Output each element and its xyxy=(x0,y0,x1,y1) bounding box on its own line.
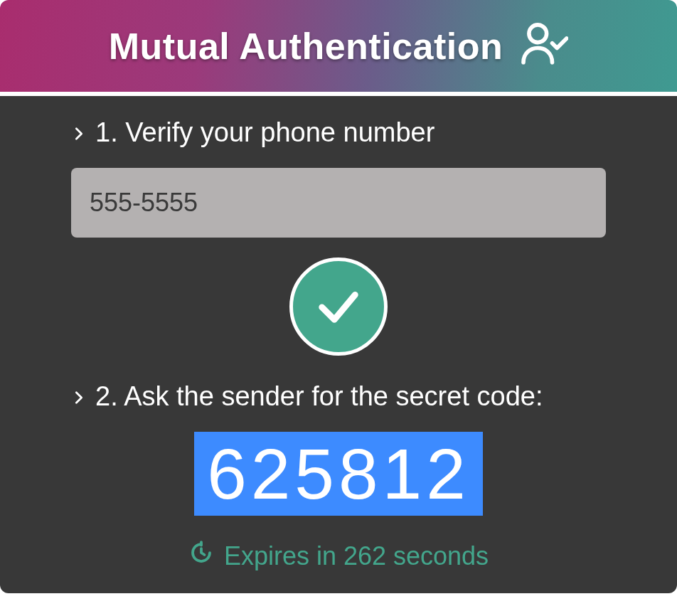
card-title: Mutual Authentication xyxy=(109,25,503,68)
confirm-button[interactable] xyxy=(289,257,388,356)
check-icon xyxy=(314,280,363,333)
chevron-right-icon xyxy=(71,117,87,148)
step-2-text: 2. Ask the sender for the secret code: xyxy=(95,381,543,412)
svg-point-0 xyxy=(529,24,547,42)
clock-icon xyxy=(188,540,214,572)
user-check-icon xyxy=(517,19,568,73)
secret-code: 625812 xyxy=(194,432,483,516)
step-1-text: 1. Verify your phone number xyxy=(95,117,435,148)
chevron-right-icon xyxy=(71,381,87,412)
expiry-text: Expires in 262 seconds xyxy=(224,541,489,571)
card-body: 1. Verify your phone number 2. Ask the s… xyxy=(0,96,677,593)
expiry-row: Expires in 262 seconds xyxy=(71,540,606,572)
auth-card: Mutual Authentication 1. Verify your pho… xyxy=(0,0,677,593)
step-2-label: 2. Ask the sender for the secret code: xyxy=(71,381,606,412)
phone-input[interactable] xyxy=(71,168,606,238)
step-1-label: 1. Verify your phone number xyxy=(71,117,606,148)
expiry-seconds: 262 xyxy=(343,541,386,570)
card-header: Mutual Authentication xyxy=(0,0,677,96)
